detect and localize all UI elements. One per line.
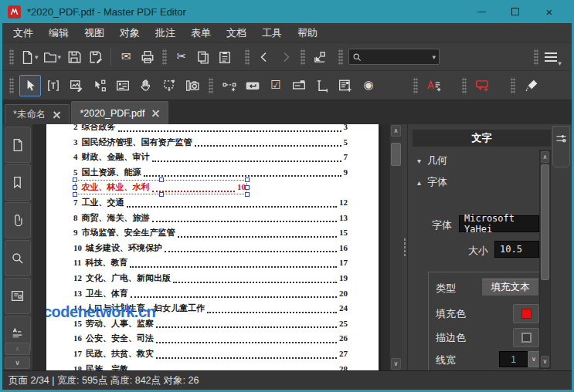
section-font-label: 字体 — [427, 175, 447, 189]
paste-button[interactable] — [214, 46, 236, 68]
line-width-dropdown-button[interactable]: ∨ — [528, 351, 540, 367]
forward-button[interactable] — [275, 46, 297, 68]
menu-item[interactable]: 视图 — [76, 23, 112, 42]
menu-item[interactable]: 批注 — [148, 23, 183, 42]
toolbar-grip[interactable] — [534, 49, 538, 66]
save-button[interactable] — [63, 46, 85, 68]
fit-page-button[interactable] — [309, 46, 331, 68]
edit-text-tool-button[interactable] — [42, 75, 64, 96]
select-tool-button[interactable] — [19, 75, 41, 96]
toolbar-grip[interactable] — [209, 77, 213, 94]
toolbar-grip[interactable] — [9, 77, 14, 94]
selection-handle[interactable] — [73, 177, 77, 182]
scroll-up-button[interactable]: ∧ — [391, 125, 401, 137]
menu-item[interactable]: 文档 — [219, 23, 254, 42]
text-annotation-button[interactable] — [423, 75, 445, 96]
save-as-button[interactable] — [85, 46, 107, 68]
scroll-up-button[interactable]: ∧ — [541, 151, 549, 163]
selection-handle[interactable] — [73, 192, 77, 197]
document-scrollbar[interactable]: ∧ ∨ — [389, 124, 402, 370]
checkbox-field-button[interactable]: ☑ — [265, 75, 287, 96]
scrollbar-thumb[interactable] — [391, 143, 401, 166]
menu-item[interactable]: 对象 — [112, 23, 148, 42]
dot-leader — [118, 130, 341, 132]
sidebar-scroll-down-button[interactable]: ∨ — [5, 357, 30, 369]
text-type-dropdown[interactable]: 填充文本 — [481, 279, 539, 296]
document-tab[interactable]: *2020_PDF.pdf — [71, 101, 168, 124]
search-panel-button[interactable] — [5, 240, 31, 276]
bookmarks-panel-button[interactable] — [5, 164, 31, 201]
toolbar-menu-button[interactable]: ▾ — [542, 46, 564, 68]
document-tab[interactable]: *未命名 — [5, 104, 70, 124]
selection-handle[interactable] — [245, 192, 250, 197]
scrollbar-thumb[interactable] — [541, 164, 549, 280]
copy-button[interactable] — [192, 46, 214, 68]
fields-panel-button[interactable] — [5, 278, 31, 314]
form-editor-button[interactable] — [112, 75, 134, 96]
select-region-tool-button[interactable] — [158, 75, 180, 96]
panel-splitter[interactable] — [402, 124, 407, 370]
minimize-button[interactable] — [464, 1, 498, 22]
panel-scrollbar[interactable]: ∧ ∨ — [539, 150, 551, 369]
search-input[interactable] — [364, 52, 429, 63]
scroll-down-button[interactable]: ∨ — [541, 356, 549, 367]
toolbar-grip[interactable] — [413, 77, 418, 94]
toc-entry-page: 19 — [339, 271, 348, 286]
fill-color-button[interactable] — [513, 304, 539, 323]
menu-item[interactable]: 表单 — [183, 23, 219, 42]
print-button[interactable] — [137, 46, 158, 68]
combobox-field-button[interactable] — [288, 75, 310, 96]
push-button-field-button[interactable] — [242, 75, 263, 96]
edit-image-tool-button[interactable] — [66, 75, 87, 96]
selection-handle[interactable] — [245, 177, 250, 182]
toolbar-grip[interactable] — [301, 49, 305, 66]
menu-item[interactable]: 工具 — [254, 23, 290, 42]
close-button[interactable]: × — [532, 1, 566, 22]
properties-tab[interactable] — [552, 126, 570, 167]
text-object-selection[interactable] — [75, 180, 247, 194]
snapshot-tool-button[interactable] — [182, 75, 203, 96]
scroll-down-button[interactable]: ∨ — [391, 358, 401, 370]
selection-handle[interactable] — [245, 185, 250, 190]
toolbar-grip[interactable] — [245, 49, 250, 66]
selection-handle[interactable] — [159, 192, 164, 197]
sidebar-scroll-up-button[interactable]: ∧ — [5, 343, 30, 355]
selection-handle[interactable] — [159, 177, 164, 182]
tab-close-icon[interactable] — [151, 109, 160, 117]
document-view[interactable]: 2 综合政务 3 3 国民经济管理、国有资产监管 5 4 — [33, 124, 402, 370]
cut-button[interactable]: ✂ — [171, 46, 192, 68]
new-document-button[interactable]: ▾ — [18, 46, 41, 68]
edit-object-tool-button[interactable] — [89, 75, 110, 96]
toc-list: 2 综合政务 3 3 国民经济管理、国有资产监管 5 4 — [46, 124, 379, 370]
maximize-button[interactable] — [498, 1, 532, 22]
callout-annotation-button[interactable] — [472, 75, 494, 96]
selection-handle[interactable] — [73, 185, 77, 190]
link-tool-button[interactable] — [219, 75, 240, 96]
stroke-color-button[interactable] — [513, 328, 539, 347]
pdf-page[interactable]: 2 综合政务 3 3 国民经济管理、国有资产监管 5 4 — [46, 124, 379, 370]
toolbar-grip[interactable] — [338, 49, 343, 66]
toolbar-grip[interactable] — [511, 77, 515, 94]
font-size-field[interactable]: 10.5 — [494, 241, 539, 258]
menu-item[interactable]: 编辑 — [41, 23, 76, 42]
tab-close-icon[interactable] — [53, 110, 61, 119]
open-file-button[interactable]: ▾ — [41, 46, 64, 68]
pages-panel-button[interactable] — [5, 127, 31, 163]
listbox-field-button[interactable] — [335, 75, 356, 96]
section-font[interactable]: ▴ 字体 — [417, 175, 447, 189]
menu-item[interactable]: 文件 — [5, 23, 41, 42]
toolbar-grip[interactable] — [9, 49, 14, 66]
attachments-panel-button[interactable] — [5, 202, 31, 238]
menu-item[interactable]: 帮助 — [290, 23, 325, 42]
section-geometry[interactable]: ▾ 几何 — [417, 154, 447, 167]
eraser-tool-button[interactable] — [521, 75, 542, 96]
line-width-field[interactable]: 1 — [499, 351, 528, 367]
email-button[interactable]: ✉ — [115, 46, 137, 68]
hand-tool-button[interactable] — [135, 75, 157, 96]
back-button[interactable] — [253, 46, 275, 68]
toolbar-grip[interactable] — [162, 49, 167, 66]
radio-button-field-button[interactable]: ◉ — [358, 75, 379, 96]
font-family-field[interactable]: Microsoft YaHei — [459, 215, 539, 232]
toolbar-grip[interactable] — [462, 77, 467, 94]
measure-tool-button[interactable] — [311, 75, 333, 96]
